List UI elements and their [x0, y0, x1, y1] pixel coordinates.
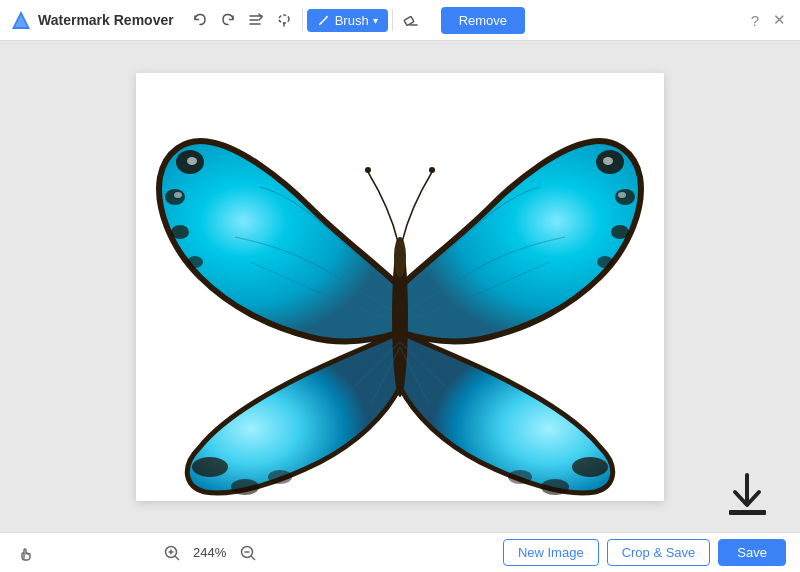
image-container[interactable] — [136, 73, 664, 501]
crop-save-button[interactable]: Crop & Save — [607, 539, 711, 566]
zoom-controls: 244% — [160, 541, 260, 565]
svg-line-35 — [251, 556, 255, 560]
svg-point-13 — [615, 189, 635, 205]
redo-button[interactable] — [214, 6, 242, 34]
zoom-level: 244% — [190, 545, 230, 560]
app-title: Watermark Remover — [38, 12, 174, 28]
lasso-icon — [276, 12, 292, 28]
svg-point-8 — [171, 225, 189, 239]
svg-point-7 — [165, 189, 185, 205]
toolbar-divider-2 — [392, 9, 393, 31]
svg-point-22 — [192, 457, 228, 477]
svg-point-20 — [365, 167, 371, 173]
brush-label: Brush — [335, 13, 369, 28]
svg-point-23 — [231, 479, 259, 495]
redo-icon — [220, 12, 236, 28]
svg-rect-28 — [729, 510, 766, 515]
zoom-in-button[interactable] — [160, 541, 184, 565]
star-icon — [248, 12, 264, 28]
svg-point-11 — [174, 192, 182, 198]
zoom-out-icon — [239, 544, 257, 562]
svg-point-2 — [279, 15, 289, 23]
svg-point-19 — [394, 237, 406, 277]
svg-point-15 — [597, 256, 613, 268]
titlebar: Watermark Remover Brush — [0, 0, 800, 41]
svg-line-3 — [326, 16, 327, 17]
brush-button[interactable]: Brush ▾ — [307, 9, 388, 32]
svg-point-9 — [187, 256, 203, 268]
hand-tool-button[interactable] — [14, 541, 38, 565]
hand-icon — [17, 544, 35, 562]
svg-point-17 — [618, 192, 626, 198]
zoom-out-button[interactable] — [236, 541, 260, 565]
download-arrow-icon — [725, 470, 770, 524]
svg-line-32 — [175, 556, 179, 560]
bottom-bar: 244% New Image Crop & Save Save — [0, 532, 800, 572]
zoom-in-icon — [163, 544, 181, 562]
svg-point-16 — [603, 157, 613, 165]
save-button[interactable]: Save — [718, 539, 786, 566]
new-image-button[interactable]: New Image — [503, 539, 599, 566]
svg-point-21 — [429, 167, 435, 173]
close-button[interactable]: ✕ — [768, 9, 790, 31]
mark-button[interactable] — [242, 6, 270, 34]
undo-icon — [192, 12, 208, 28]
toolbar-divider — [302, 9, 303, 31]
svg-point-26 — [541, 479, 569, 495]
svg-point-14 — [611, 225, 629, 239]
help-icon: ? — [751, 12, 759, 29]
canvas-area — [0, 41, 800, 532]
brush-chevron-icon: ▾ — [373, 15, 378, 26]
svg-point-25 — [572, 457, 608, 477]
eraser-button[interactable] — [397, 6, 425, 34]
brush-icon — [317, 13, 331, 27]
svg-point-24 — [268, 470, 292, 484]
butterfly-image — [140, 77, 660, 497]
lasso-button[interactable] — [270, 6, 298, 34]
svg-point-10 — [187, 157, 197, 165]
help-button[interactable]: ? — [744, 9, 766, 31]
bottom-right-actions: New Image Crop & Save Save — [503, 539, 786, 566]
eraser-icon — [403, 12, 419, 28]
undo-button[interactable] — [186, 6, 214, 34]
close-icon: ✕ — [773, 11, 786, 29]
app-logo-icon — [10, 9, 32, 31]
remove-button[interactable]: Remove — [441, 7, 525, 34]
window-controls: ? ✕ — [744, 9, 790, 31]
svg-rect-4 — [404, 16, 414, 25]
svg-point-27 — [508, 470, 532, 484]
